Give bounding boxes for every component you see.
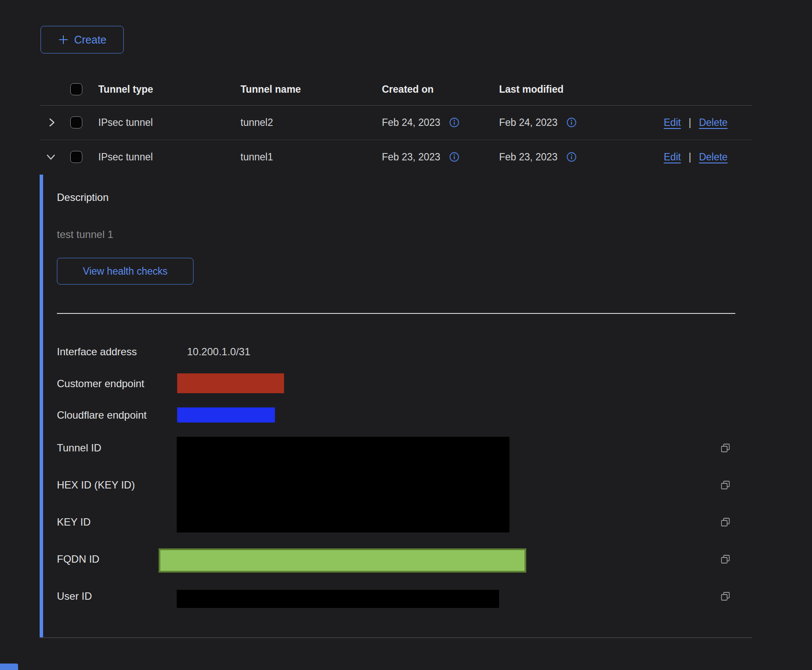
- expand-chevron-down-icon[interactable]: [44, 140, 57, 174]
- column-header-tunnel-name: Tunnel name: [240, 73, 301, 105]
- description-label: Description: [57, 191, 109, 204]
- copy-icon[interactable]: [719, 553, 732, 566]
- action-separator: |: [689, 151, 691, 163]
- field-label-customer-endpoint: Customer endpoint: [57, 378, 144, 390]
- tunnel-type-cell: IPsec tunnel: [98, 140, 153, 174]
- copy-icon[interactable]: [719, 441, 732, 454]
- edit-link[interactable]: Edit: [664, 151, 681, 163]
- plus-icon: [58, 34, 69, 45]
- user-id-redaction: [177, 590, 499, 608]
- info-icon[interactable]: [449, 152, 459, 162]
- column-header-last-modified: Last modified: [499, 73, 564, 105]
- fqdn-id-redaction: [159, 548, 526, 573]
- create-button[interactable]: Create: [41, 26, 124, 53]
- row-checkbox[interactable]: [70, 151, 82, 163]
- table-header-row: Tunnel type Tunnel name Created on Last …: [41, 73, 752, 105]
- delete-link[interactable]: Delete: [699, 117, 728, 128]
- field-value-interface-address: 10.200.1.0/31: [187, 346, 250, 358]
- last-modified-cell: Feb 23, 2023: [499, 151, 558, 163]
- field-label-interface-address: Interface address: [57, 346, 137, 358]
- corner-accent: [0, 664, 18, 670]
- create-button-label: Create: [74, 34, 106, 46]
- select-all-checkbox[interactable]: [70, 83, 82, 95]
- description-value: test tunnel 1: [57, 229, 113, 241]
- view-health-checks-button[interactable]: View health checks: [57, 258, 194, 285]
- panel-bottom-divider: [40, 637, 752, 638]
- expanded-panel-accent-bar: [40, 175, 43, 638]
- table-row: IPsec tunnel tunnel2 Feb 24, 2023 Feb 24…: [41, 105, 752, 140]
- copy-icon[interactable]: [719, 590, 732, 603]
- customer-endpoint-redaction: [177, 373, 284, 393]
- field-label-cloudflare-endpoint: Cloudflare endpoint: [57, 409, 147, 421]
- info-icon[interactable]: [566, 117, 577, 128]
- tunnel-name-cell: tunnel1: [240, 140, 273, 174]
- section-divider: [57, 313, 735, 314]
- field-label-hex-id: HEX ID (KEY ID): [57, 479, 135, 491]
- field-label-user-id: User ID: [57, 590, 92, 602]
- tunnel-type-cell: IPsec tunnel: [98, 105, 153, 140]
- created-on-cell: Feb 23, 2023: [382, 151, 440, 163]
- info-icon[interactable]: [566, 152, 577, 162]
- field-label-tunnel-id: Tunnel ID: [57, 442, 101, 454]
- table-row: IPsec tunnel tunnel1 Feb 23, 2023 Feb 23…: [41, 140, 752, 174]
- column-header-tunnel-type: Tunnel type: [98, 73, 153, 105]
- action-separator: |: [689, 117, 691, 128]
- field-label-fqdn-id: FQDN ID: [57, 553, 100, 565]
- tunnel-name-cell: tunnel2: [240, 105, 273, 140]
- tunnel-ids-redaction: [177, 437, 509, 532]
- info-icon[interactable]: [449, 117, 459, 128]
- copy-icon[interactable]: [719, 479, 732, 492]
- created-on-cell: Feb 24, 2023: [382, 117, 440, 128]
- row-checkbox[interactable]: [70, 116, 82, 128]
- delete-link[interactable]: Delete: [699, 151, 728, 163]
- column-header-created-on: Created on: [382, 73, 434, 105]
- view-health-checks-label: View health checks: [83, 266, 167, 277]
- expand-chevron-right-icon[interactable]: [46, 105, 58, 140]
- cloudflare-endpoint-redaction: [177, 407, 275, 423]
- copy-icon[interactable]: [719, 516, 732, 529]
- edit-link[interactable]: Edit: [664, 117, 681, 128]
- field-label-key-id: KEY ID: [57, 516, 91, 528]
- last-modified-cell: Feb 24, 2023: [499, 117, 558, 128]
